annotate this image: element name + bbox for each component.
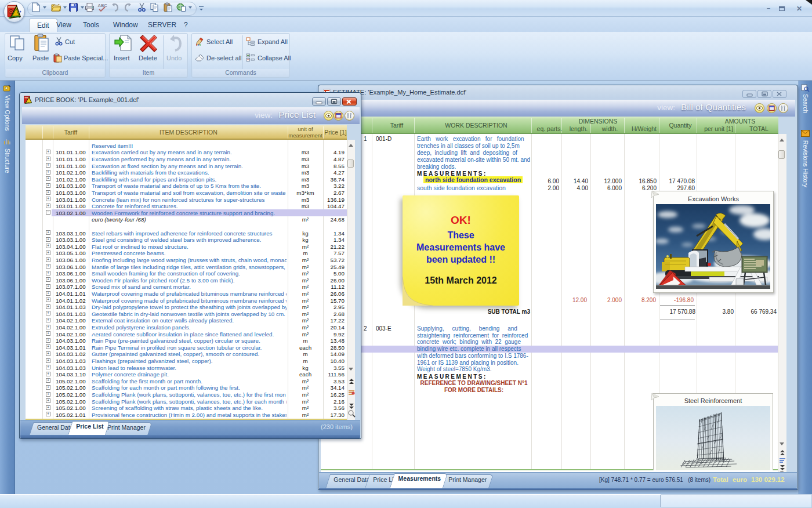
svg-text:ABC: ABC bbox=[98, 3, 108, 8]
